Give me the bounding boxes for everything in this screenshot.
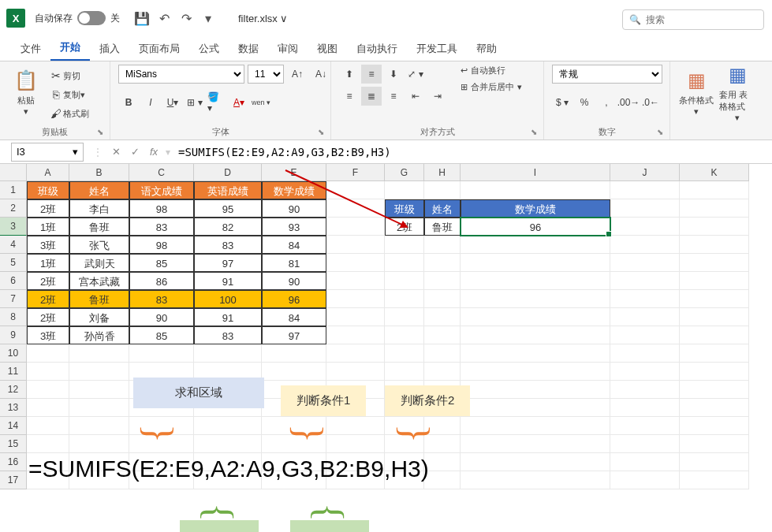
cell[interactable] bbox=[69, 399, 129, 417]
cell[interactable]: 97 bbox=[262, 326, 326, 344]
cell[interactable] bbox=[461, 417, 610, 435]
row-header[interactable]: 9 bbox=[0, 326, 27, 344]
cell[interactable]: 张飞 bbox=[69, 236, 129, 254]
fill-color-button[interactable]: 🪣 ▾ bbox=[207, 93, 227, 112]
table-style-button[interactable]: ▦套用 表格格式▾ bbox=[719, 65, 755, 121]
cell[interactable] bbox=[610, 363, 680, 381]
cell[interactable]: 100 bbox=[194, 290, 262, 308]
autosave-toggle[interactable]: 自动保存 关 bbox=[35, 11, 120, 25]
cell[interactable]: 96 bbox=[262, 290, 326, 308]
col-header[interactable]: D bbox=[194, 164, 262, 181]
cell[interactable] bbox=[326, 254, 385, 272]
cell[interactable] bbox=[69, 417, 129, 435]
cell[interactable] bbox=[385, 308, 424, 326]
decrease-decimal-button[interactable]: .0← bbox=[640, 93, 661, 112]
cell[interactable] bbox=[610, 236, 680, 254]
increase-decimal-button[interactable]: .00→ bbox=[618, 93, 639, 112]
tab-formula[interactable]: 公式 bbox=[189, 37, 229, 61]
row-header[interactable]: 14 bbox=[0, 417, 27, 435]
cell[interactable]: 班级 bbox=[27, 181, 69, 199]
cell[interactable] bbox=[610, 381, 680, 399]
cell[interactable]: 2班 bbox=[27, 199, 69, 218]
row-header[interactable]: 11 bbox=[0, 363, 27, 381]
cell[interactable] bbox=[385, 326, 424, 344]
cell[interactable]: 83 bbox=[194, 236, 262, 254]
search-input[interactable] bbox=[646, 14, 756, 25]
row-header[interactable]: 4 bbox=[0, 236, 27, 254]
tab-review[interactable]: 审阅 bbox=[268, 37, 308, 61]
cell[interactable] bbox=[424, 290, 461, 308]
merge-center-button[interactable]: ⊞合并后居中 ▾ bbox=[461, 81, 522, 93]
toggle-switch[interactable] bbox=[77, 11, 106, 25]
cell[interactable]: 鲁班 bbox=[69, 290, 129, 308]
cell[interactable]: 93 bbox=[262, 218, 326, 236]
cell[interactable] bbox=[680, 326, 749, 344]
row-header[interactable]: 7 bbox=[0, 290, 27, 308]
cell[interactable]: 86 bbox=[129, 272, 194, 290]
align-top-button[interactable]: ⬆ bbox=[339, 65, 360, 84]
cell[interactable] bbox=[680, 453, 749, 471]
underline-button[interactable]: U ▾ bbox=[162, 93, 183, 112]
cell[interactable] bbox=[262, 344, 326, 363]
cell[interactable] bbox=[194, 435, 262, 453]
cell[interactable] bbox=[680, 417, 749, 435]
cell[interactable] bbox=[680, 272, 749, 290]
cell[interactable] bbox=[680, 290, 749, 308]
paste-button[interactable]: 📋 粘贴 ▾ bbox=[8, 65, 44, 121]
cell[interactable] bbox=[27, 435, 69, 453]
cell[interactable]: 姓名 bbox=[69, 181, 129, 199]
cell[interactable]: 数学成绩 bbox=[461, 199, 610, 218]
cell[interactable]: 84 bbox=[262, 308, 326, 326]
cell[interactable] bbox=[326, 272, 385, 290]
cell[interactable] bbox=[461, 254, 610, 272]
copy-button[interactable]: ⎘复制 ▾ bbox=[49, 87, 89, 102]
cell[interactable] bbox=[461, 381, 610, 399]
search-box[interactable]: 🔍 bbox=[622, 9, 764, 30]
row-header[interactable]: 10 bbox=[0, 344, 27, 363]
dialog-launcher[interactable]: ⬊ bbox=[657, 128, 666, 137]
cell[interactable] bbox=[326, 344, 385, 363]
cell[interactable] bbox=[680, 218, 749, 236]
cell[interactable]: 96 bbox=[461, 218, 610, 236]
col-header[interactable]: G bbox=[385, 164, 424, 181]
phonetic-button[interactable]: wen ▾ bbox=[251, 93, 271, 112]
col-header[interactable]: B bbox=[69, 164, 129, 181]
row-header[interactable]: 17 bbox=[0, 471, 27, 489]
cell[interactable] bbox=[194, 344, 262, 363]
indent-decrease-button[interactable]: ⇤ bbox=[405, 87, 426, 106]
cell[interactable] bbox=[680, 435, 749, 453]
col-header[interactable]: C bbox=[129, 164, 194, 181]
cell[interactable] bbox=[424, 471, 461, 489]
select-all-corner[interactable] bbox=[0, 164, 27, 181]
fx-button[interactable]: fx bbox=[145, 143, 162, 161]
cell[interactable]: 语文成绩 bbox=[129, 181, 194, 199]
col-header[interactable]: A bbox=[27, 164, 69, 181]
cell[interactable]: 英语成绩 bbox=[194, 181, 262, 199]
cell[interactable]: 98 bbox=[129, 236, 194, 254]
cell[interactable] bbox=[326, 435, 385, 453]
cell[interactable] bbox=[461, 326, 610, 344]
tab-dev[interactable]: 开发工具 bbox=[407, 37, 467, 61]
tab-insert[interactable]: 插入 bbox=[90, 37, 129, 61]
cell[interactable]: 刘备 bbox=[69, 308, 129, 326]
cell[interactable]: 91 bbox=[194, 272, 262, 290]
cell[interactable] bbox=[680, 363, 749, 381]
qat-dropdown[interactable]: ▾ bbox=[197, 7, 219, 29]
cell[interactable] bbox=[461, 344, 610, 363]
cell[interactable]: 83 bbox=[129, 290, 194, 308]
cell[interactable]: 95 bbox=[194, 199, 262, 218]
cell[interactable]: 82 bbox=[194, 218, 262, 236]
cell[interactable] bbox=[610, 272, 680, 290]
tab-layout[interactable]: 页面布局 bbox=[129, 37, 189, 61]
col-header[interactable]: J bbox=[610, 164, 680, 181]
cell[interactable] bbox=[424, 326, 461, 344]
cell[interactable] bbox=[461, 272, 610, 290]
enter-formula-button[interactable]: ✓ bbox=[126, 143, 144, 161]
cell[interactable] bbox=[326, 363, 385, 381]
percent-button[interactable]: % bbox=[574, 93, 595, 112]
wrap-text-button[interactable]: ↩自动换行 bbox=[461, 65, 522, 76]
cell[interactable] bbox=[610, 399, 680, 417]
cell[interactable] bbox=[680, 308, 749, 326]
cell[interactable] bbox=[680, 344, 749, 363]
cell[interactable]: 2班 bbox=[27, 272, 69, 290]
